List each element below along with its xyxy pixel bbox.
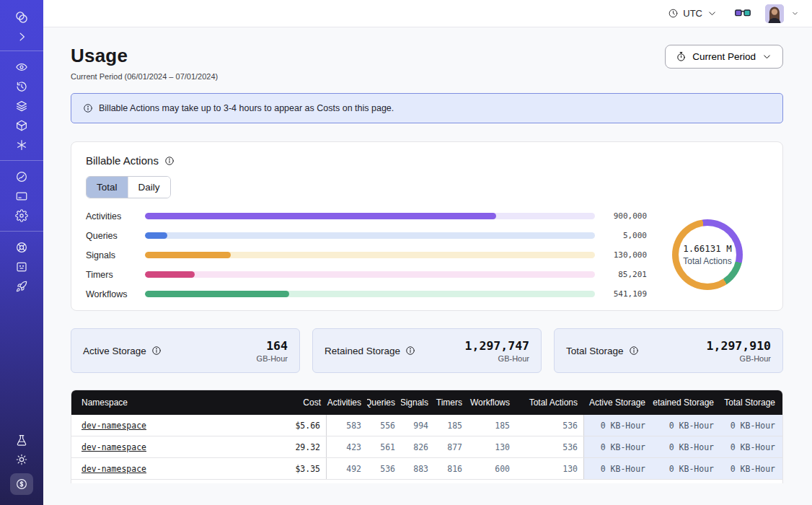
sidebar-divider — [0, 50, 43, 51]
cube-icon[interactable] — [9, 117, 35, 133]
active-storage-card: Active Storage 164 GB-Hour — [71, 328, 300, 373]
billable-actions-card: Billable Actions Total Daily Activities … — [71, 141, 783, 311]
usage-page: Usage Current Period (06/01/2024 – 07/01… — [43, 27, 812, 505]
cell-signals: 826 — [401, 436, 434, 457]
column-header-timers: Timers — [434, 390, 468, 415]
info-icon[interactable] — [405, 346, 415, 356]
sidebar-divider — [0, 231, 43, 232]
bar-label: Workflows — [86, 289, 138, 299]
cell-queries: 556 — [367, 415, 401, 436]
namespace-link[interactable]: dev-namespace — [81, 464, 146, 474]
column-header-retained-storage: Retained Storage — [653, 390, 721, 415]
lifebuoy-icon[interactable] — [9, 239, 35, 255]
storage-card-label: Retained Storage — [325, 346, 400, 356]
cell-signals: 994 — [401, 415, 434, 436]
bar-row-activities: Activities 900,000 — [86, 213, 647, 219]
page-title: Usage — [71, 45, 218, 67]
dollar-icon[interactable] — [10, 473, 33, 495]
table-row: dev-namespace $3.35 492 536 883 816 600 … — [71, 458, 782, 480]
flask-icon[interactable] — [9, 431, 35, 448]
table-row-clipped — [71, 480, 782, 483]
cell-queries: 561 — [367, 436, 401, 457]
cell-total-actions: 130 — [516, 458, 583, 479]
sidebar — [0, 0, 43, 505]
table-row: dev-namespace $5.66 583 556 994 185 185 … — [71, 415, 782, 436]
column-header-active-storage: Active Storage — [583, 390, 653, 415]
avatar[interactable] — [765, 4, 784, 23]
cell-retained-storage: 0 KB-Hour — [653, 415, 721, 436]
total-storage-card: Total Storage 1,297,910 GB-Hour — [554, 328, 783, 373]
bar-label: Timers — [86, 270, 138, 280]
tab-daily[interactable]: Daily — [128, 177, 170, 198]
bar-fill — [145, 213, 496, 219]
billable-bar-chart: Activities 900,000 Queries 5,000 — [86, 211, 647, 297]
cell-retained-storage: 0 KB-Hour — [653, 436, 721, 457]
cell-retained-storage: 0 KB-Hour — [653, 458, 721, 479]
cell-timers: 185 — [434, 415, 468, 436]
history-icon[interactable] — [9, 78, 35, 95]
cell-cost: $3.35 — [286, 458, 327, 479]
bar-value: 5,000 — [602, 231, 647, 240]
cell-activities: 423 — [327, 436, 367, 457]
billable-view-toggle: Total Daily — [86, 176, 171, 198]
cell-signals: 883 — [401, 458, 434, 479]
info-icon[interactable] — [151, 346, 162, 356]
donut-center-label: Total Actions — [683, 256, 731, 266]
table-header: Namespace Cost Activities Queries Signal… — [71, 390, 782, 415]
bar-label: Queries — [86, 231, 138, 241]
bar-fill — [145, 291, 289, 297]
sun-icon[interactable] — [9, 451, 35, 467]
column-header-total-actions: Total Actions — [516, 390, 583, 415]
column-header-namespace: Namespace — [71, 390, 286, 415]
timezone-dropdown[interactable]: UTC — [668, 8, 718, 19]
rocket-icon[interactable] — [9, 278, 35, 294]
temporal-logo[interactable] — [9, 9, 35, 25]
namespace-link[interactable]: dev-namespace — [81, 442, 146, 452]
bar-fill — [145, 252, 231, 258]
info-icon — [83, 103, 93, 113]
namespace-usage-table: Namespace Cost Activities Queries Signal… — [71, 390, 783, 483]
column-header-queries: Queries — [367, 390, 401, 415]
cell-total-storage: 0 KB-Hour — [721, 458, 782, 479]
cell-active-storage: 0 KB-Hour — [583, 436, 653, 457]
info-icon[interactable] — [164, 156, 175, 166]
bar-row-workflows: Workflows 541,109 — [86, 291, 647, 297]
namespace-link[interactable]: dev-namespace — [81, 421, 146, 431]
info-icon[interactable] — [629, 346, 639, 356]
cell-workflows: 185 — [468, 415, 516, 436]
bar-track — [145, 213, 595, 219]
donut-center-value: 1.66131 M — [683, 243, 732, 254]
gear-icon[interactable] — [9, 207, 35, 224]
layers-icon[interactable] — [9, 97, 35, 114]
bar-value: 85,201 — [602, 270, 647, 279]
chevron-down-icon[interactable] — [791, 9, 799, 17]
cell-active-storage: 0 KB-Hour — [583, 415, 653, 436]
bar-value: 900,000 — [602, 211, 647, 221]
cell-cost: 29.32 — [286, 436, 327, 457]
tab-total[interactable]: Total — [87, 177, 128, 198]
cell-workflows: 600 — [468, 458, 516, 479]
period-selector-button[interactable]: Current Period — [665, 45, 783, 69]
glasses-icon[interactable] — [735, 9, 751, 18]
clock-icon — [668, 8, 679, 19]
storage-card-unit: GB-Hour — [707, 354, 771, 363]
cell-timers: 816 — [434, 458, 468, 479]
bar-value: 541,109 — [602, 289, 647, 299]
cell-namespace: dev-namespace — [71, 458, 286, 479]
bar-fill — [145, 271, 195, 278]
chevron-down-icon — [707, 8, 718, 19]
feedback-icon[interactable] — [9, 258, 35, 275]
credit-card-icon[interactable] — [9, 188, 35, 204]
storage-card-label: Active Storage — [83, 346, 146, 356]
timezone-label: UTC — [683, 8, 702, 19]
cell-namespace: dev-namespace — [71, 436, 286, 457]
bar-row-timers: Timers 85,201 — [86, 271, 647, 278]
asterisk-icon[interactable] — [9, 136, 35, 153]
gauge-icon[interactable] — [9, 168, 35, 185]
eye-icon[interactable] — [9, 58, 35, 75]
banner-text: Billable Actions may take up to 3-4 hour… — [99, 103, 394, 113]
chevron-right-icon[interactable] — [9, 28, 35, 45]
cell-queries: 536 — [367, 458, 401, 479]
topbar: UTC — [43, 0, 812, 27]
storage-card-unit: GB-Hour — [465, 354, 529, 363]
